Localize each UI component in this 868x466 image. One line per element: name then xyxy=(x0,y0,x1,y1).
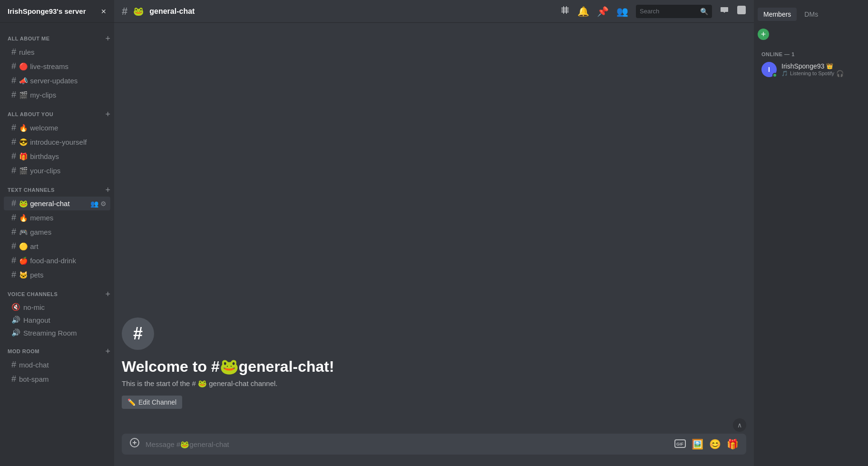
spotify-icon: 🎵 xyxy=(781,70,788,77)
channel-pets[interactable]: # 🐱 pets xyxy=(4,268,110,282)
hash-icon-rules: # xyxy=(11,47,16,57)
channel-general-chat[interactable]: # 🐸 general-chat 👥 ⚙ xyxy=(4,197,110,210)
hash-icon-bot-spam: # xyxy=(11,374,16,384)
member-avatar-irishsponge93: I xyxy=(761,62,777,77)
svg-rect-5 xyxy=(737,6,746,14)
speaker-icon-streaming-room: 🔊 xyxy=(11,328,20,337)
server-header[interactable]: IrishSponge93's server ✕ xyxy=(0,0,114,23)
settings-icon[interactable]: ⚙ xyxy=(100,200,107,208)
tab-members[interactable]: Members xyxy=(758,8,797,21)
pin-icon[interactable]: 📌 xyxy=(597,6,609,17)
member-status-online xyxy=(772,73,777,78)
tab-dms[interactable]: DMs xyxy=(799,8,824,21)
scroll-to-bottom-button[interactable]: ∧ xyxy=(733,418,746,432)
add-member-icon[interactable]: 👥 xyxy=(90,200,98,208)
svg-rect-4 xyxy=(566,6,567,14)
channel-name-bot-spam: bot-spam xyxy=(19,375,107,383)
channel-games[interactable]: # 🎮 games xyxy=(4,225,110,239)
upload-icon[interactable] xyxy=(129,437,140,451)
category-mod-room[interactable]: MOD ROOM + xyxy=(0,339,114,357)
channel-name-your-clips: 🎬 your-clips xyxy=(19,167,107,175)
category-add-all-about-you[interactable]: + xyxy=(105,110,110,119)
channel-introduce-yourself[interactable]: # 😎 introduce-yourself xyxy=(4,135,110,149)
server-name: IrishSponge93's server xyxy=(8,7,86,15)
edit-channel-button[interactable]: ✏️ Edit Channel xyxy=(122,396,182,409)
category-voice-channels[interactable]: VOICE CHANNELS + xyxy=(0,282,114,300)
hash-members-icon[interactable] xyxy=(560,5,570,17)
channel-sidebar: IrishSponge93's server ✕ ALL ABOUT ME + … xyxy=(0,0,114,466)
channel-hash-icon: # xyxy=(122,5,127,18)
channel-hangout[interactable]: 🔊 Hangout xyxy=(4,314,110,326)
channel-rules[interactable]: # rules xyxy=(4,45,110,59)
channel-name-food-and-drink: 🍎 food-and-drink xyxy=(19,257,107,265)
channel-food-and-drink[interactable]: # 🍎 food-and-drink xyxy=(4,254,110,268)
channel-my-clips[interactable]: # 🎬 my-clips xyxy=(4,88,110,102)
category-all-about-you[interactable]: ALL ABOUT YOU + xyxy=(0,102,114,120)
member-name-irishsponge93: IrishSponge93 xyxy=(781,62,824,70)
header-actions: 🔔 📌 👥 🔍 xyxy=(560,5,746,18)
members-icon[interactable]: 👥 xyxy=(616,6,628,17)
message-input-box: GIF 🖼️ 😊 🎁 xyxy=(122,434,746,455)
channel-name-birthdays: 🎁 birthdays xyxy=(19,152,107,161)
speaker-icon-no-mic: 🔇 xyxy=(11,303,20,311)
pencil-icon: ✏️ xyxy=(127,398,136,406)
channel-art[interactable]: # 🟡 art xyxy=(4,239,110,253)
welcome-section: # Welcome to #🐸general-chat! This is the… xyxy=(114,310,754,409)
welcome-description: This is the start of the # 🐸 general-cha… xyxy=(122,379,746,388)
category-add-mod-room[interactable]: + xyxy=(105,347,110,356)
main-content: # 🐸 general-chat 🔔 📌 👥 xyxy=(114,0,754,466)
channel-live-streams[interactable]: # 🔴 live-streams xyxy=(4,59,110,73)
activity-text: Listening to Spotify xyxy=(790,70,834,76)
channel-no-mic[interactable]: 🔇 no-mic xyxy=(4,301,110,313)
member-info-irishsponge93: IrishSponge93 👑 🎵 Listening to Spotify 🎧 xyxy=(781,62,860,77)
member-item-irishsponge93[interactable]: I IrishSponge93 👑 🎵 Listening to Spotify… xyxy=(758,59,864,80)
gif-label-icon[interactable]: GIF xyxy=(674,439,686,449)
category-add-text-channels[interactable]: + xyxy=(105,186,110,194)
hash-icon-mod-chat: # xyxy=(11,360,16,370)
hash-icon-my-clips: # xyxy=(11,90,16,100)
channel-bot-spam[interactable]: # bot-spam xyxy=(4,372,110,386)
channel-name-memes: 🔥 memes xyxy=(19,214,107,222)
inbox-icon[interactable] xyxy=(720,5,729,17)
category-all-about-me[interactable]: ALL ABOUT ME + xyxy=(0,27,114,45)
sticker-icon[interactable]: 🖼️ xyxy=(692,438,703,450)
header-channel-emoji: 🐸 xyxy=(133,6,144,17)
channel-list: ALL ABOUT ME + # rules # 🔴 live-streams … xyxy=(0,23,114,466)
svg-rect-2 xyxy=(561,11,569,12)
members-tabs: Members DMs xyxy=(758,8,864,21)
member-activity: 🎵 Listening to Spotify 🎧 xyxy=(781,70,860,77)
channel-birthdays[interactable]: # 🎁 birthdays xyxy=(4,149,110,163)
category-label-voice-channels: VOICE CHANNELS xyxy=(8,291,58,297)
category-add-voice-channels[interactable]: + xyxy=(105,290,110,298)
channel-welcome[interactable]: # 🔥 welcome xyxy=(4,121,110,135)
emoji-icon[interactable]: 😊 xyxy=(709,438,721,450)
channel-streaming-room[interactable]: 🔊 Streaming Room xyxy=(4,327,110,339)
hash-icon-food-and-drink: # xyxy=(11,256,16,266)
welcome-title-emoji: 🐸 xyxy=(220,358,239,375)
gift-icon[interactable]: 🎁 xyxy=(727,438,739,450)
online-section-label: ONLINE — 1 xyxy=(758,48,864,59)
channel-name-hangout: Hangout xyxy=(23,316,107,324)
crown-icon: 👑 xyxy=(826,63,833,69)
channel-name-pets: 🐱 pets xyxy=(19,271,107,279)
channel-server-updates[interactable]: # 📣 server-updates xyxy=(4,74,110,88)
server-dropdown-icon: ✕ xyxy=(101,8,107,15)
welcome-title-prefix: Welcome to # xyxy=(122,358,220,375)
hash-icon-your-clips: # xyxy=(11,166,16,176)
main-header: # 🐸 general-chat 🔔 📌 👥 xyxy=(114,0,754,23)
hash-icon-pets: # xyxy=(11,270,16,280)
category-add-all-about-me[interactable]: + xyxy=(105,34,110,43)
notifications-icon[interactable]: 🔔 xyxy=(577,6,589,17)
search-input[interactable] xyxy=(640,8,697,15)
search-bar[interactable]: 🔍 xyxy=(636,5,712,18)
category-text-channels[interactable]: TEXT CHANNELS + xyxy=(0,178,114,196)
channel-your-clips[interactable]: # 🎬 your-clips xyxy=(4,164,110,178)
svg-rect-3 xyxy=(563,6,564,14)
message-input[interactable] xyxy=(146,440,669,448)
channel-mod-chat[interactable]: # mod-chat xyxy=(4,358,110,372)
svg-rect-0 xyxy=(561,8,569,9)
help-icon[interactable] xyxy=(737,5,746,17)
add-member-button[interactable]: + xyxy=(758,29,769,40)
channel-memes[interactable]: # 🔥 memes xyxy=(4,211,110,225)
members-sidebar: Members DMs + ONLINE — 1 I IrishSponge93… xyxy=(754,0,868,466)
